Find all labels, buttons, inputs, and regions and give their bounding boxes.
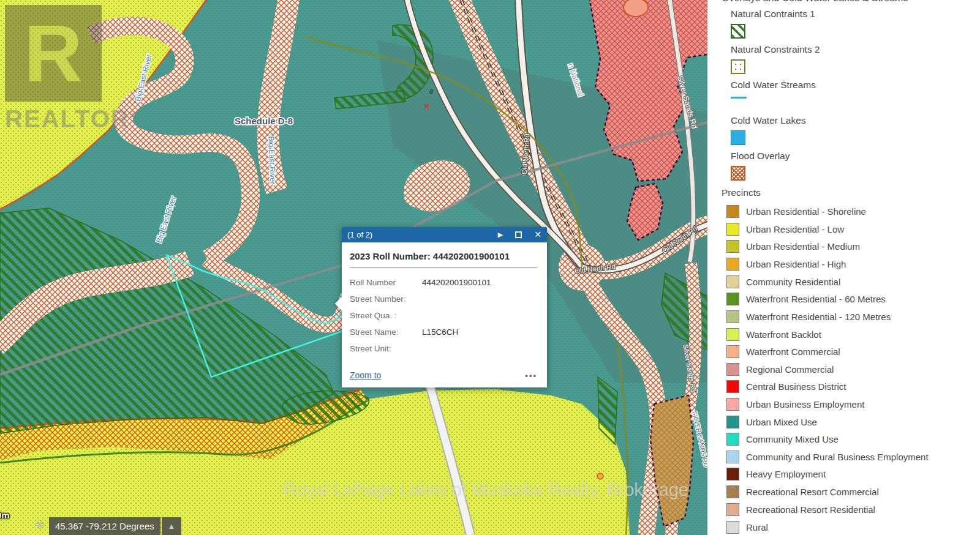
legend-panel: Overlays and Cold Water Lakes & Streams … [707,0,980,535]
precinct-label: Central Business District [746,381,846,392]
popup-pager: (1 of 2) [347,230,486,239]
precinct-swatch [726,416,739,428]
popup-footer: Zoom to ••• [350,370,537,380]
popup-title: 2023 Roll Number: 444202001900101 [350,251,537,261]
locate-button[interactable]: ▲ [162,517,181,535]
precinct-swatch [726,451,739,463]
legend-label: Cold Water Streams [731,80,816,91]
legend-header-clipped: Overlays and Cold Water Lakes & Streams [722,0,908,4]
precinct-label: Urban Business Employment [746,399,864,410]
precinct-swatch [726,275,739,288]
field-value: L15C6CH [422,327,458,337]
legend-item-precinct: Urban Residential - Shoreline [726,203,866,220]
precinct-swatch [726,433,739,446]
legend-item-precinct: Waterfront Backlot [726,326,821,343]
legend-item-precinct: Waterfront Commercial [726,343,840,360]
close-button[interactable]: ✕ [534,227,541,242]
legend-label: Cold Water Lakes [731,115,806,126]
precinct-swatch [726,205,739,218]
popup-body: 2023 Roll Number: 444202001900101 Roll N… [342,242,547,387]
legend-label: Flood Overlay [731,151,790,162]
precinct-label: Rural [746,522,768,533]
legend-item-precinct: Recreational Resort Residential [726,501,875,518]
swatch-cold-water-streams [731,97,747,99]
swatch-flood-overlay [731,166,745,181]
precinct-label: Regional Commercial [746,364,834,375]
legend-item-precinct: Urban Business Employment [726,395,864,413]
river-label-2: Big East River [267,136,277,185]
legend-item-precinct: Community Residential [726,273,840,290]
precinct-label: Waterfront Residential - 60 Metres [746,294,886,304]
precinct-swatch [726,485,739,498]
precinct-swatch [726,503,739,516]
precinct-label: Waterfront Backlot [746,329,821,340]
precinct-label: Waterfront Commercial [746,346,840,357]
feature-popup: (1 of 2) ▶ ✕ 2023 Roll Number: 444202001… [342,227,547,387]
legend-item-natural-constraints-1: Natural Contraints 1 [731,9,815,39]
precinct-swatch [726,521,739,534]
locate-icon: ▲ [168,522,176,531]
precinct-swatch [726,258,739,271]
field-value: 444202001900101 [422,278,491,287]
legend-item-precinct: Central Business District [726,378,846,395]
precinct-label: Urban Mixed Use [746,417,817,427]
legend-item-precinct: Community and Rural Business Employment [726,448,929,465]
precinct-swatch [726,223,739,236]
legend-label: Natural Contraints 1 [731,9,815,20]
swatch-cold-water-lakes [731,130,745,145]
red-x-marker: ✕ [424,102,430,111]
legend-item-precinct: Regional Commercial [726,361,834,378]
legend-item-precinct: Urban Residential - Medium [726,238,860,255]
field-label: Street Qua. : [350,311,422,320]
legend-item-precinct: Urban Mixed Use [726,413,817,430]
app-window: ✕ 8 Schedule D-8 Big East River Big East… [0,0,980,535]
field-row: Roll Number 444202001900101 [350,274,537,291]
field-label: Street Name: [350,327,422,337]
more-options-button[interactable]: ••• [525,371,537,380]
field-label: Street Number: [350,294,422,304]
precinct-swatch [726,293,739,305]
precinct-label: Recreational Resort Residential [746,504,875,515]
precinct-label: Urban Residential - Medium [746,241,860,252]
field-row: Street Unit: [350,340,537,357]
precinct-label: Community Residential [746,277,840,287]
popup-divider [350,268,537,268]
precinct-label: Heavy Employment [746,469,826,479]
crosshair-icon[interactable]: ✛ [34,520,45,531]
legend-item-precinct: Urban Residential - High [726,255,846,272]
popup-header[interactable]: (1 of 2) ▶ ✕ [342,227,547,242]
legend-item-cold-water-lakes: Cold Water Lakes [731,115,806,145]
maximize-button[interactable] [515,231,522,238]
precinct-label: Urban Residential - Shoreline [746,206,866,217]
field-row: Street Number: [350,291,537,307]
precinct-swatch [726,310,739,323]
legend-item-precinct: Heavy Employment [726,465,826,482]
legend-item-precinct: Waterfront Residential - 60 Metres [726,290,886,307]
zone-small-commercial-blob [624,0,648,17]
legend-item-precinct: Rural [726,518,768,535]
legend-item-flood-overlay: Flood Overlay [731,151,790,181]
precinct-label: Waterfront Residential - 120 Metres [746,312,891,322]
zoom-to-link[interactable]: Zoom to [350,370,381,380]
swatch-natural-constraints-2 [731,59,745,74]
field-row: Street Name: L15C6CH [350,324,537,340]
precinct-swatch [726,345,739,358]
precinct-swatch [726,380,739,393]
precinct-label: Community and Rural Business Employment [746,452,929,462]
orange-dot-marker [597,473,603,479]
legend-item-cold-water-streams: Cold Water Streams [731,80,816,99]
next-feature-button[interactable]: ▶ [498,227,503,242]
scalebar-label: 0m [0,510,10,520]
legend-item-natural-constraints-2: Natural Constraints 2 [731,44,820,74]
legend-item-precinct: Waterfront Residential - 120 Metres [726,308,891,325]
precinct-label: Urban Residential - High [746,259,846,269]
precinct-swatch [726,363,739,376]
legend-item-precinct: Community Mixed Use [726,430,839,447]
precinct-label: Urban Residential - Low [746,224,844,234]
schedule-label: Schedule D-8 [235,116,293,126]
legend-item-precinct: Recreational Resort Commercial [726,483,879,500]
field-label: Street Unit: [350,344,422,353]
coordinates-readout: 45.367 -79.212 Degrees [49,517,160,535]
field-label: Roll Number [350,278,422,287]
legend-item-precinct: Urban Residential - Low [726,220,844,238]
